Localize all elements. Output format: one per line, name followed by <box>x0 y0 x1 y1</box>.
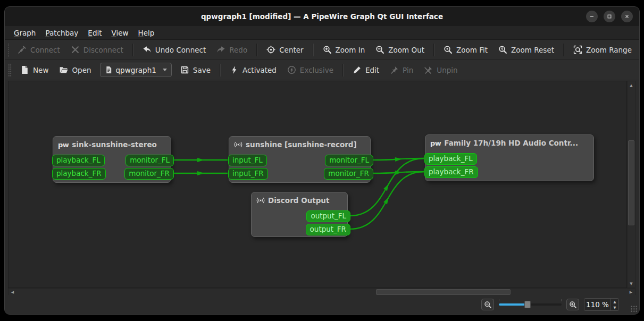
edit-button[interactable]: Edit <box>347 62 384 78</box>
new-button[interactable]: New <box>15 62 54 78</box>
window-controls <box>586 11 633 22</box>
zoom-in-button[interactable]: Zoom In <box>317 42 371 58</box>
patchbay-file-combobox[interactable]: qpwgraph1 <box>100 63 172 77</box>
spin-up-arrow[interactable]: ▲ <box>611 299 618 305</box>
toolbar-button-label: Zoom Fit <box>456 46 488 54</box>
node-discord[interactable]: Discord Outputoutput_FLoutput_FR <box>251 192 348 237</box>
zoom-reset-icon <box>498 45 507 54</box>
toolbar-button-label: Zoom Range <box>586 46 632 54</box>
maximize-icon <box>606 13 613 20</box>
port-monitor_FR[interactable]: monitor_FR <box>124 168 174 180</box>
pin-icon <box>390 65 399 74</box>
toolbar-separator <box>313 44 314 56</box>
unpin-button[interactable]: Unpin <box>419 62 463 78</box>
zoom-in-button[interactable] <box>566 299 579 310</box>
port-monitor_FL[interactable]: monitor_FL <box>126 155 174 166</box>
toolbar-button-label: Zoom Reset <box>511 46 554 54</box>
port-monitor_FL[interactable]: monitor_FL <box>325 155 373 166</box>
center-button[interactable]: Center <box>261 42 308 58</box>
zoom-out-button[interactable]: Zoom Out <box>370 42 430 58</box>
scroll-up-arrow[interactable]: ▲ <box>628 81 635 89</box>
toolbar-button-label: New <box>33 66 48 74</box>
open-button[interactable]: Open <box>54 62 96 78</box>
toolbar-button-label: Edit <box>365 66 379 74</box>
spin-down-arrow[interactable]: ▼ <box>611 305 618 310</box>
connection-arrow-icon <box>395 157 402 162</box>
titlebar[interactable]: qpwgraph1 [modified] — A PipeWire Graph … <box>5 7 639 26</box>
toolbar-drag-handle[interactable] <box>8 63 12 77</box>
zoom-slider[interactable] <box>499 300 562 309</box>
scroll-down-arrow[interactable]: ▼ <box>628 280 635 288</box>
connection-arrow-icon <box>197 158 204 162</box>
node-sunshine[interactable]: sunshine [sunshine-record]input_FLinput_… <box>229 136 371 183</box>
close-button[interactable] <box>621 11 633 22</box>
port-input_FL[interactable]: input_FL <box>228 155 267 166</box>
zoom-range-button[interactable]: Zoom Range <box>568 42 637 58</box>
toolbar-drag-handle[interactable] <box>8 43 9 57</box>
port-playback_FL[interactable]: playback_FL <box>52 155 105 166</box>
port-playback_FR[interactable]: playback_FR <box>424 166 478 178</box>
toolbar-button-label: Pin <box>403 66 413 74</box>
port-monitor_FR[interactable]: monitor_FR <box>324 168 373 180</box>
slider-handle[interactable] <box>524 301 531 308</box>
pipewire-icon: pw <box>430 139 441 147</box>
zoom-out-icon <box>375 45 384 54</box>
disconnect-button[interactable]: Disconnect <box>65 42 129 58</box>
chevron-down-icon <box>163 69 167 71</box>
connections-layer <box>9 81 627 288</box>
port-playback_FR[interactable]: playback_FR <box>52 168 106 180</box>
resize-grip[interactable] <box>630 305 638 312</box>
connect-button[interactable]: Connect <box>12 42 65 58</box>
menu-help[interactable]: Help <box>133 27 160 39</box>
node-title: pwFamily 17h/19h HD Audio Contr... <box>425 135 593 147</box>
maximize-button[interactable] <box>604 11 615 22</box>
activated-button[interactable]: Activated <box>224 62 282 78</box>
menu-edit[interactable]: Edit <box>83 27 106 39</box>
toolbar-separator <box>220 64 221 77</box>
connection-sunshine-monitor_FL-to-family-playback_FL[interactable] <box>373 158 424 160</box>
node-family[interactable]: pwFamily 17h/19h HD Audio Contr...playba… <box>425 134 594 181</box>
redo-icon <box>216 45 225 54</box>
vertical-scrollbar[interactable]: ▲ ▼ <box>627 81 635 288</box>
horizontal-scrollbar-thumb[interactable] <box>376 289 511 295</box>
toolbar-button-label: Activated <box>242 66 277 74</box>
toolbar-button-label: Disconnect <box>83 46 123 54</box>
toolbar-separator <box>256 44 257 56</box>
open-icon <box>59 65 68 74</box>
zoom-level-spinbox[interactable]: 110 % ▲ ▼ <box>584 298 619 311</box>
menu-view[interactable]: View <box>107 27 133 39</box>
node-title: Discord Output <box>252 192 347 205</box>
toolbar-patchbay: NewOpenqpwgraph1SaveActivatedExclusiveEd… <box>5 60 639 80</box>
pipewire-icon: pw <box>58 141 69 149</box>
connection-sunshine-monitor_FR-to-family-playback_FR[interactable] <box>373 172 424 173</box>
toolbar-button-label: Zoom In <box>336 46 365 54</box>
port-output_FL[interactable]: output_FL <box>306 210 350 222</box>
port-input_FR[interactable]: input_FR <box>228 168 268 180</box>
zoom-level-value: 110 % <box>584 299 610 310</box>
menu-graph[interactable]: Graph <box>9 27 40 39</box>
save-button[interactable]: Save <box>175 62 216 78</box>
redo-button[interactable]: Redo <box>211 42 253 58</box>
activated-icon <box>230 65 239 74</box>
node-title-text: Family 17h/19h HD Audio Contr... <box>444 139 578 147</box>
node-sink[interactable]: pwsink-sunshine-stereoplayback_FLplaybac… <box>53 136 171 183</box>
undo-connect-button[interactable]: Undo Connect <box>137 42 211 58</box>
port-playback_FL[interactable]: playback_FL <box>424 153 477 165</box>
zoom-fit-icon <box>444 45 453 54</box>
node-title: sunshine [sunshine-record] <box>229 137 370 149</box>
port-output_FR[interactable]: output_FR <box>306 224 350 235</box>
zoom-reset-button[interactable]: Zoom Reset <box>493 42 559 58</box>
exclusive-icon <box>287 65 296 74</box>
graph-canvas[interactable]: pwsink-sunshine-stereoplayback_FLplaybac… <box>8 81 627 288</box>
pin-button[interactable]: Pin <box>384 62 419 78</box>
zoom-out-button[interactable] <box>481 299 494 310</box>
connection-arrow-icon <box>197 171 204 175</box>
app-window: qpwgraph1 [modified] — A PipeWire Graph … <box>4 6 640 315</box>
zoom-fit-button[interactable]: Zoom Fit <box>438 42 493 58</box>
audio-icon <box>256 196 265 205</box>
exclusive-button[interactable]: Exclusive <box>282 62 339 78</box>
menu-patchbay[interactable]: Patchbay <box>40 27 83 39</box>
audio-icon <box>234 140 242 149</box>
vertical-scrollbar-thumb[interactable] <box>628 140 634 225</box>
minimize-button[interactable] <box>586 11 598 22</box>
